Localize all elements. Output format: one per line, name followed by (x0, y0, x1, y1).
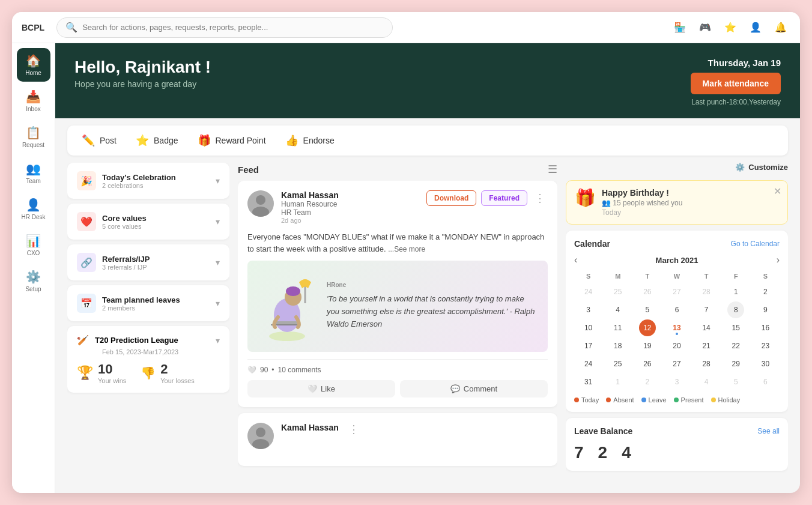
calendar-next-button[interactable]: › (777, 255, 780, 265)
cal-day[interactable]: 14 (698, 319, 715, 336)
planned-leaves-chevron: ▾ (216, 298, 220, 308)
cal-header-mon: M (604, 270, 632, 282)
cal-day[interactable]: 6 (757, 373, 774, 390)
feed-filter-icon[interactable]: ☰ (548, 163, 557, 176)
cal-day[interactable]: 25 (610, 355, 626, 372)
body-split: 🎉 Today's Celebration 2 celebrations ▾ (55, 156, 800, 493)
profile-icon[interactable]: 👤 (746, 18, 765, 37)
sidebar-item-home[interactable]: 🏠 Home (17, 48, 50, 82)
comment-button[interactable]: 💬 Comment (400, 380, 548, 398)
go-to-calendar-link[interactable]: Go to Calendar (731, 240, 780, 248)
cal-day[interactable]: 30 (757, 355, 774, 372)
like-button[interactable]: 🤍 Like (247, 380, 395, 398)
cal-day[interactable]: 1 (727, 283, 744, 300)
star-icon[interactable]: ⭐ (721, 18, 740, 37)
greeting-subtext: Hope you are having a great day (74, 79, 211, 89)
mark-attendance-button[interactable]: Mark attendance (691, 73, 781, 94)
cal-day-13[interactable]: 13 (668, 319, 685, 336)
cal-day[interactable]: 26 (639, 355, 656, 372)
qa-reward-point[interactable]: 🎁 Reward Point (198, 134, 266, 147)
cal-day[interactable]: 15 (727, 319, 744, 336)
cal-day[interactable]: 19 (639, 337, 656, 354)
cal-day[interactable]: 2 (757, 283, 774, 300)
topbar-icons: 🏪 🎮 ⭐ 👤 🔔 (670, 18, 790, 37)
birthday-close-button[interactable]: ✕ (774, 186, 781, 197)
cal-day[interactable]: 5 (727, 373, 744, 390)
cal-day[interactable]: 16 (757, 319, 774, 336)
cal-day[interactable]: 28 (698, 283, 715, 300)
leave-balance-header: Leave Balance See all (574, 426, 780, 436)
feed-list: Kamal Hassan Human Resource HR Team 2d a… (238, 181, 557, 486)
referrals-header[interactable]: 🔗 Referrals/IJP 3 referrals / IJP ▾ (77, 253, 220, 272)
see-all-link[interactable]: See all (757, 427, 780, 435)
sidebar-item-hrdesk[interactable]: 👤 HR Desk (17, 192, 50, 226)
planned-leaves-header[interactable]: 📅 Team planned leaves 2 members ▾ (77, 294, 220, 313)
sidebar-item-request[interactable]: 📋 Request (17, 120, 50, 154)
qa-endorse[interactable]: 👍 Endorse (285, 134, 335, 147)
qa-endorse-label: Endorse (303, 136, 335, 145)
legend-present: Present (674, 396, 704, 404)
sidebar-item-team[interactable]: 👥 Team (17, 156, 50, 190)
cal-day[interactable]: 3 (580, 301, 597, 318)
cal-day[interactable]: 21 (698, 337, 715, 354)
cal-day[interactable]: 25 (610, 283, 626, 300)
cal-day[interactable]: 29 (727, 355, 744, 372)
t20-wins: 🏆 10 Your wins (77, 361, 126, 384)
cal-day[interactable]: 22 (727, 337, 744, 354)
cal-day[interactable]: 26 (639, 283, 656, 300)
download-button[interactable]: Download (426, 190, 476, 206)
games-icon[interactable]: 🎮 (695, 18, 715, 37)
cal-day-today[interactable]: 12 (639, 319, 656, 336)
qa-badge[interactable]: ⭐ Badge (136, 134, 178, 147)
cal-day[interactable]: 3 (668, 373, 685, 390)
cal-day[interactable]: 24 (580, 355, 597, 372)
cal-day-8[interactable]: 8 (727, 301, 744, 318)
calendar-prev-button[interactable]: ‹ (574, 255, 577, 265)
more-options-icon[interactable]: ⋮ (532, 192, 548, 205)
cal-day[interactable]: 23 (757, 337, 774, 354)
qa-post[interactable]: ✏️ Post (82, 134, 117, 147)
t20-title-text: T20 Prediction League (95, 336, 178, 345)
sidebar-item-setup[interactable]: ⚙️ Setup (17, 264, 50, 298)
cal-day[interactable]: 18 (610, 337, 626, 354)
cal-day[interactable]: 1 (610, 373, 626, 390)
sidebar: 🏠 Home 📥 Inbox 📋 Request 👥 Team 👤 HR Des… (12, 43, 55, 493)
search-bar[interactable]: 🔍 (56, 17, 393, 38)
feed-footer-1: 🤍 90 • 10 comments 🤍 Like (247, 359, 548, 398)
cal-day[interactable]: 6 (668, 301, 685, 318)
customize-button[interactable]: ⚙️ Customize (735, 163, 788, 172)
calendar-month: March 2021 (656, 256, 698, 265)
core-values-header[interactable]: ❤️ Core values 5 core values ▾ (77, 212, 220, 231)
featured-button[interactable]: Featured (481, 190, 527, 206)
cal-day[interactable]: 20 (668, 337, 685, 354)
cal-day[interactable]: 27 (668, 355, 685, 372)
more-options-icon-2[interactable]: ⋮ (346, 423, 362, 436)
cal-day[interactable]: 27 (668, 283, 685, 300)
cal-day[interactable]: 11 (610, 319, 626, 336)
cal-day[interactable]: 28 (698, 355, 715, 372)
team-icon: 👥 (26, 162, 41, 176)
cal-day[interactable]: 24 (580, 283, 597, 300)
sidebar-item-cxo[interactable]: 📊 CXO (17, 228, 50, 262)
cal-day[interactable]: 10 (580, 319, 597, 336)
search-input[interactable] (82, 23, 384, 32)
cal-day[interactable]: 2 (639, 373, 656, 390)
store-icon[interactable]: 🏪 (670, 18, 689, 37)
cal-day[interactable]: 7 (698, 301, 715, 318)
cal-day[interactable]: 4 (698, 373, 715, 390)
cal-day[interactable]: 31 (580, 373, 597, 390)
core-values-subtitle: 5 core values (102, 223, 147, 230)
referrals-section: 🔗 Referrals/IJP 3 referrals / IJP ▾ (67, 244, 229, 280)
celebration-header[interactable]: 🎉 Today's Celebration 2 celebrations ▾ (77, 171, 220, 190)
notification-icon[interactable]: 🔔 (771, 18, 790, 37)
sidebar-item-inbox[interactable]: 📥 Inbox (17, 84, 50, 118)
t20-chevron[interactable]: ▾ (216, 336, 220, 345)
greeting-text: Hello, Rajnikant ! (74, 58, 211, 77)
leave-balance-title: Leave Balance (574, 426, 632, 436)
cal-day[interactable]: 9 (757, 301, 774, 318)
cal-day[interactable]: 17 (580, 337, 597, 354)
cal-day[interactable]: 4 (610, 301, 626, 318)
core-values-section: ❤️ Core values 5 core values ▾ (67, 204, 229, 240)
see-more-link[interactable]: ...See more (388, 245, 425, 253)
cal-day[interactable]: 5 (639, 301, 656, 318)
